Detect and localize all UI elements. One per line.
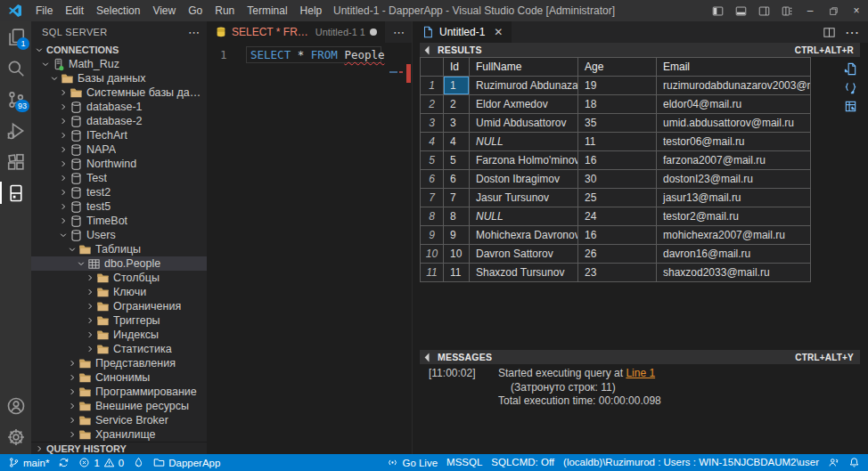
grid-cell[interactable]: 1 (444, 77, 470, 95)
mssql-status[interactable]: MSSQL (442, 457, 487, 467)
tab-untitled-results[interactable]: Untitled-1 ✕ (413, 21, 512, 43)
tree-item[interactable]: ITechArt (31, 128, 207, 142)
results-section-header[interactable]: RESULTS CTRL+ALT+R (420, 43, 860, 57)
tree-item[interactable]: test2 (31, 185, 207, 199)
feedback-button[interactable] (823, 457, 844, 468)
results-more-actions-icon[interactable]: ⋯ (845, 24, 859, 41)
grid-cell[interactable]: umid.abdusattorov@mail.ru (657, 114, 811, 133)
grid-cell[interactable]: 11 (578, 133, 657, 151)
row-number-cell[interactable]: 5 (421, 151, 444, 170)
column-header[interactable]: Age (578, 58, 657, 77)
tree-item[interactable]: dbo.People (31, 256, 207, 271)
grid-cell[interactable]: 35 (578, 114, 657, 133)
tree-item[interactable]: Индексы (31, 328, 207, 342)
row-number-cell[interactable]: 1 (421, 77, 444, 95)
grid-cell[interactable]: 18 (578, 95, 657, 114)
grid-cell[interactable]: 6 (444, 170, 470, 189)
notifications-button[interactable] (844, 457, 864, 468)
grid-cell[interactable]: 8 (444, 207, 470, 226)
grid-cell[interactable]: 10 (444, 245, 470, 264)
row-number-cell[interactable]: 8 (421, 207, 444, 226)
grid-cell[interactable]: shaxzod2033@mail.ru (657, 264, 811, 282)
row-number-cell[interactable]: 2 (421, 95, 444, 114)
row-number-cell[interactable]: 11 (421, 264, 444, 282)
explorer-icon[interactable]: 1 (0, 21, 31, 53)
save-as-json-icon[interactable] (844, 81, 857, 94)
row-number-cell[interactable]: 10 (421, 245, 444, 264)
git-branch-item[interactable]: main* (4, 457, 53, 468)
grid-cell[interactable]: 30 (578, 170, 657, 189)
grid-cell[interactable]: 25 (578, 189, 657, 207)
editor-more-actions-icon[interactable]: ⋯ (386, 21, 412, 43)
grid-cell[interactable]: NULL (470, 133, 578, 151)
row-number-cell[interactable]: 7 (421, 189, 444, 207)
tree-item[interactable]: NAPA (31, 142, 207, 157)
sqlcmd-status[interactable]: SQLCMD: Off (487, 457, 559, 467)
run-debug-icon[interactable] (0, 115, 31, 146)
tree-item[interactable]: Ограничения (31, 299, 207, 313)
tree-item[interactable]: Math_Ruz (31, 57, 207, 71)
grid-cell[interactable]: 4 (444, 133, 470, 151)
grid-cell[interactable]: 16 (578, 226, 657, 245)
connection-status[interactable]: (localdb)\Ruzimurod : Users : WIN-15NJCB… (559, 457, 823, 467)
tree-item[interactable]: Хранилище (31, 427, 207, 442)
account-icon[interactable] (0, 390, 31, 421)
tree-item[interactable]: Таблицы (31, 242, 207, 256)
grid-cell[interactable]: davron16@mail.ru (657, 245, 811, 264)
grid-cell[interactable]: testor2@mail.ru (657, 207, 811, 226)
go-live-button[interactable]: Go Live (382, 457, 442, 468)
grid-cell[interactable]: 19 (578, 77, 657, 95)
save-as-csv-icon[interactable] (844, 62, 857, 76)
customize-layout-icon[interactable] (775, 0, 798, 21)
tree-item[interactable]: Системные базы данных (31, 85, 207, 100)
minimize-button[interactable]: – (798, 0, 822, 21)
tree-item[interactable]: Представления (31, 356, 207, 370)
grid-cell[interactable]: testor06@mail.ru (657, 133, 811, 151)
tree-item[interactable]: Test (31, 171, 207, 185)
grid-cell[interactable]: 11 (444, 264, 470, 282)
grid-cell[interactable]: eldor04@mail.ru (657, 95, 811, 114)
tree-item[interactable]: Users (31, 228, 207, 242)
line-1-link[interactable]: Line 1 (626, 367, 655, 379)
project-item[interactable]: DapperApp (149, 457, 225, 468)
menu-edit[interactable]: Edit (59, 0, 90, 21)
close-tab-icon[interactable]: ✕ (494, 26, 503, 38)
tree-item[interactable]: TimeBot (31, 214, 207, 228)
grid-cell[interactable]: NULL (470, 207, 578, 226)
connections-section-header[interactable]: CONNECTIONS (31, 43, 207, 57)
close-window-button[interactable]: × (845, 0, 868, 21)
grid-cell[interactable]: 7 (444, 189, 470, 207)
grid-cell[interactable]: 2 (444, 95, 470, 114)
row-number-cell[interactable]: 4 (421, 133, 444, 151)
grid-cell[interactable]: 5 (444, 151, 470, 170)
tree-item[interactable]: Service Broker (31, 413, 207, 427)
tree-item[interactable]: test5 (31, 199, 207, 214)
search-icon[interactable] (0, 53, 31, 84)
grid-cell[interactable]: Umid Abdusattorov (470, 114, 578, 133)
modified-dot-icon[interactable] (370, 28, 377, 36)
messages-section-header[interactable]: MESSAGES CTRL+ALT+Y (420, 350, 860, 364)
split-editor-icon[interactable] (823, 26, 836, 39)
grid-cell[interactable]: 9 (444, 226, 470, 245)
grid-cell[interactable]: mohichexra2007@mail.ru (657, 226, 811, 245)
menu-selection[interactable]: Selection (90, 0, 146, 21)
grid-cell[interactable]: Jasur Tursunov (470, 189, 578, 207)
grid-cell[interactable]: jasur13@mail.ru (657, 189, 811, 207)
grid-cell[interactable]: ruzimurodabdunazarov2003@mail.ru (657, 77, 811, 95)
row-number-cell[interactable]: 6 (421, 170, 444, 189)
problems-item[interactable]: 1 0 (74, 457, 128, 468)
column-header[interactable]: Email (657, 58, 811, 77)
menu-go[interactable]: Go (182, 0, 209, 21)
grid-cell[interactable]: 23 (578, 264, 657, 282)
row-number-cell[interactable]: 3 (421, 114, 444, 133)
tree-item[interactable]: Синонимы (31, 370, 207, 385)
grid-cell[interactable]: 16 (578, 151, 657, 170)
extensions-icon[interactable] (0, 146, 31, 177)
tree-item[interactable]: Столбцы (31, 271, 207, 285)
tree-item[interactable]: Внешние ресурсы (31, 399, 207, 413)
grid-cell[interactable]: 3 (444, 114, 470, 133)
column-header[interactable]: FullName (470, 58, 578, 77)
source-control-icon[interactable]: 93 (0, 84, 31, 115)
grid-cell[interactable]: dostonI23@mail.ru (657, 170, 811, 189)
sql-server-icon[interactable] (0, 177, 31, 208)
